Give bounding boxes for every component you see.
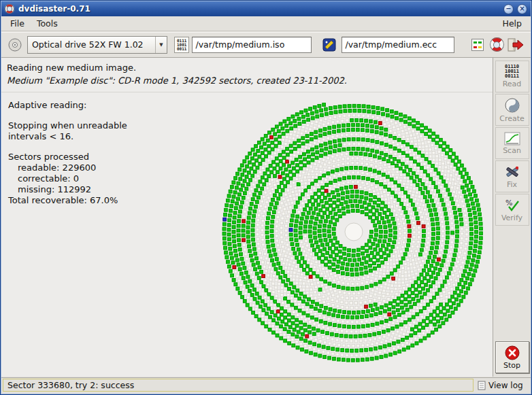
verify-button-label: Verify [501,213,522,222]
fix-button[interactable]: Fix [495,160,529,192]
menu-help[interactable]: Help [497,17,529,30]
image-file-icon-row: 0011 [177,47,186,51]
stop-button[interactable]: Stop [495,341,529,373]
status-line-primary: Reading new medium image. [7,63,487,73]
stopping-condition-line2: intervals < 16. [8,131,127,142]
correctable-count: correctable: 0 [8,173,127,184]
stop-button-label: Stop [503,361,520,370]
app-window: dvdisaster-0.71 − × File Tools Help Opti… [0,0,532,395]
total-recoverable: Total recoverable: 67.0% [8,195,127,206]
adaptive-reading-label: Adaptive reading: [8,100,127,111]
image-file-input[interactable] [192,37,312,53]
page-header: Reading new medium image. Medium "Exampl… [1,58,493,92]
fix-tools-icon [504,165,520,179]
stopping-condition-line1: Stopping when unreadable [8,120,127,131]
menu-tools[interactable]: Tools [31,17,64,30]
menubar: File Tools Help [1,16,531,31]
help-button[interactable] [487,35,506,54]
drive-combobox-value: Optical drive 52X FW 1.02 [28,39,155,50]
fix-button-label: Fix [507,180,517,189]
read-button-label: Read [503,80,522,88]
readable-count: readable: 229600 [8,162,127,173]
read-button[interactable]: 01110 10011 00111 Read [495,61,529,92]
action-sidebar: 01110 10011 00111 Read Create Scan [493,58,531,377]
view-log-button[interactable]: View log [475,378,531,392]
scan-button-label: Scan [503,146,521,155]
yin-yang-icon [504,97,520,114]
verify-check-icon: % [504,198,520,213]
quit-icon [507,37,525,52]
status-message: Sector 333680, try 2: success [3,379,473,392]
drive-icon [7,37,22,52]
view-log-label: View log [488,381,523,390]
menu-file[interactable]: File [4,17,31,30]
svg-text:%: % [505,199,512,207]
statusbar: Sector 333680, try 2: success View log [1,377,531,392]
drive-combobox[interactable]: Optical drive 52X FW 1.02 ▼ [27,36,167,54]
quit-button[interactable] [506,35,525,54]
lifebuoy-icon [490,37,504,52]
image-file-icon[interactable]: 0111 1001 0011 [174,37,189,53]
spacer [8,111,127,120]
create-button-label: Create [499,114,525,123]
minimize-button[interactable]: − [503,4,514,14]
app-icon [5,4,14,14]
log-icon [478,381,486,390]
window-controls: − × [503,4,527,14]
ecc-file-input[interactable] [342,37,454,53]
verify-button[interactable]: % Verify [495,194,529,226]
create-button[interactable]: Create [495,94,529,126]
binary-read-icon: 01110 10011 00111 [505,65,519,79]
medium-info-line: Medium "Example disc": CD-R mode 1, 3425… [7,75,487,86]
sector-spiral [211,89,493,375]
sectors-processed-label: Sectors processed [8,152,127,162]
scan-button[interactable]: Scan [495,127,529,159]
preferences-icon [471,38,484,52]
chevron-down-icon: ▼ [155,37,167,53]
scan-chart-icon [504,132,520,145]
preferences-button[interactable] [468,35,487,54]
titlebar[interactable]: dvdisaster-0.71 − × [1,1,531,16]
ecc-file-button[interactable] [320,35,339,54]
drive-select-button[interactable] [5,35,24,54]
spacer [8,142,127,152]
missing-count: missing: 112992 [8,184,127,195]
reading-info: Adaptive reading: Stopping when unreadab… [8,100,127,206]
stop-icon [505,345,520,360]
toolbar: Optical drive 52X FW 1.02 ▼ 0111 1001 00… [1,32,531,58]
close-button[interactable]: × [517,4,527,14]
window-title: dvdisaster-0.71 [18,4,499,14]
ecc-file-icon [322,37,337,52]
main-content: Reading new medium image. Medium "Exampl… [1,58,493,377]
